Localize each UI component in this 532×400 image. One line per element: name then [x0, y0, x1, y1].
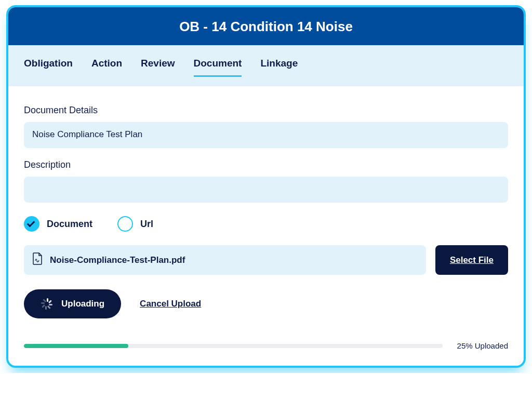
tab-linkage[interactable]: Linkage: [260, 58, 298, 77]
file-row: Noise-Compliance-Test-Plan.pdf Select Fi…: [24, 245, 508, 275]
progress-fill: [24, 344, 128, 348]
radio-label-document: Document: [47, 219, 92, 230]
progress-text: 25% Uploaded: [457, 341, 508, 350]
description-input[interactable]: [24, 177, 508, 203]
tab-obligation[interactable]: Obligation: [24, 58, 73, 77]
document-details-input[interactable]: Noise Compliance Test Plan: [24, 122, 508, 148]
radio-label-url: Url: [140, 219, 153, 230]
tab-bar: Obligation Action Review Document Linkag…: [8, 45, 524, 86]
uploading-button[interactable]: Uploading: [24, 289, 121, 318]
radio-option-url[interactable]: Url: [117, 216, 153, 232]
upload-progress: 25% Uploaded: [24, 341, 508, 350]
modal-title: OB - 14 Condition 14 Noise: [8, 7, 524, 45]
type-radio-group: Document Url: [24, 216, 508, 232]
select-file-button[interactable]: Select File: [435, 245, 508, 275]
upload-row: Uploading Cancel Upload: [24, 289, 508, 318]
spinner-icon: [41, 298, 53, 310]
radio-unselected-icon: [117, 216, 133, 232]
tab-review[interactable]: Review: [141, 58, 175, 77]
radio-option-document[interactable]: Document: [24, 216, 92, 232]
tab-document[interactable]: Document: [194, 58, 242, 77]
radio-selected-icon: [24, 216, 39, 232]
upload-button-label: Uploading: [61, 299, 104, 309]
description-label: Description: [24, 159, 508, 170]
file-name-display: Noise-Compliance-Test-Plan.pdf: [24, 245, 426, 275]
document-details-label: Document Details: [24, 105, 508, 116]
progress-track: [24, 344, 443, 348]
file-name-text: Noise-Compliance-Test-Plan.pdf: [50, 255, 185, 265]
tab-action[interactable]: Action: [91, 58, 122, 77]
document-form: Document Details Noise Compliance Test P…: [8, 86, 524, 366]
cancel-upload-link[interactable]: Cancel Upload: [140, 299, 201, 309]
file-pdf-icon: [32, 252, 43, 268]
modal-dialog: OB - 14 Condition 14 Noise Obligation Ac…: [6, 5, 526, 368]
